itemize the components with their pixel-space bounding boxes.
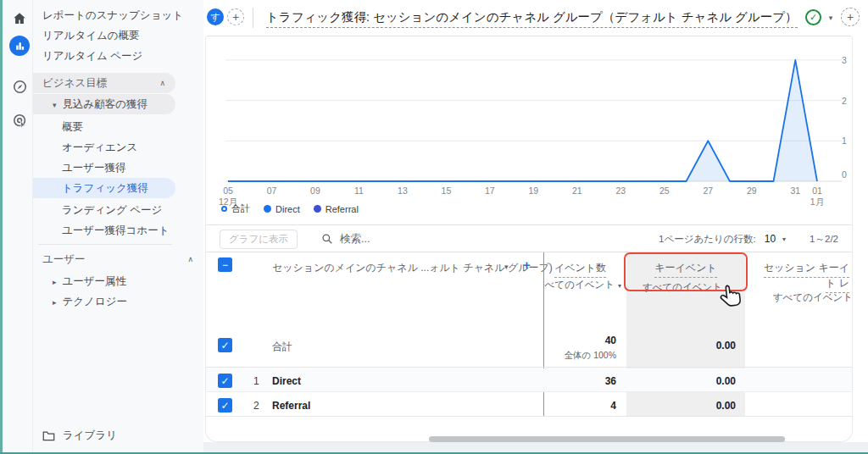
table-toolbar: グラフに表示 検索... 1ページあたりの行数: 10 ▾ 1～2/2 [206,224,852,252]
chevron-right-icon: ▸ [53,278,57,286]
sidebar-item-snapshot[interactable]: レポートのスナップショット [33,5,203,25]
sidebar-item-label: レポートのスナップショット [42,9,183,21]
row-checkbox[interactable]: ✓ [218,338,232,352]
y-axis-label: 3 [842,55,854,65]
plus-icon: + [232,10,239,24]
report-sidebar: レポートのスナップショット リアルタイムの概要 リアルタイム ページ ビジネス目… [33,0,203,454]
events-column-label[interactable]: イベント数 [554,261,606,278]
x-axis-label: 29 [735,185,769,196]
x-axis-label: 13 [386,185,420,196]
legend-item[interactable]: Referral [314,204,359,214]
legend-dot-icon [264,205,271,213]
events-subtext: 全体の 100% [564,350,616,362]
check-icon: ✓ [810,12,817,23]
row-checkbox[interactable]: ✓ [218,374,232,388]
search-input[interactable]: 検索... [321,229,370,249]
x-axis-label: 25 [648,185,682,196]
x-axis-label: 09 [298,185,332,196]
sidebar-item-label: 概要 [62,121,83,133]
table-row: ✓ 2 Referral 4 0.00 [206,393,852,417]
sidebar-item-library[interactable]: ライブラリ [42,425,117,446]
sidebar-item-user-acquisition[interactable]: ユーザー獲得 [33,158,203,178]
select-all-checkbox[interactable]: − [218,257,232,272]
dimension-column-header[interactable]: セッションのメインのチャネル ...ォルト チャネル グループ) [272,261,553,275]
events-value: 4 [610,400,616,412]
chevron-up-icon[interactable]: ∧ [159,73,165,93]
add-dimension-button[interactable]: + [523,257,531,272]
sidebar-item-realtime-overview[interactable]: リアルタイムの概要 [33,25,203,46]
sidebar-item-overview[interactable]: 概要 [33,117,203,137]
indeterminate-icon: − [222,259,228,271]
legend-item[interactable]: 合計 [221,202,250,215]
sidebar-item-label: ユーザー属性 [63,275,127,287]
sidebar-item-audience[interactable]: オーディエンス [33,137,203,158]
events-value: 40 [605,335,616,346]
x-axis-label: 17 [473,185,507,196]
rows-per-page-select[interactable]: 10 ▾ [765,233,786,245]
rows-per-page-value: 10 [765,233,776,245]
y-axis-label: 0 [842,169,854,180]
events-filter-dropdown[interactable]: すべてのイベント▾ [544,279,621,291]
sidebar-section-business-goals[interactable]: ビジネス目標 ∧ [33,73,175,93]
explore-icon[interactable] [9,76,30,97]
traffic-line-chart: 0123 0512月07091113151719212325272931011月… [206,36,854,218]
sidebar-item-realtime-pages[interactable]: リアルタイム ページ [33,46,203,66]
session-key-filter-value[interactable]: すべてのイベント [773,291,853,304]
key-events-value: 0.00 [716,340,736,352]
legend-dot-icon [221,206,227,212]
chevron-down-icon: ▾ [618,282,621,290]
events-filter-value: すべてのイベント [544,280,615,290]
sidebar-item-user-cohort[interactable]: ユーザー獲得コホート [33,220,203,241]
sidebar-item-lead-generation[interactable]: ▾見込み顧客の獲得 [33,94,175,114]
session-key-label-line2: ト レ [826,276,849,293]
add-report-button[interactable]: + [841,8,860,26]
sidebar-item-user-attributes[interactable]: ▸ユーザー属性 [33,271,203,291]
y-axis-label: 1 [842,136,854,146]
sidebar-item-technology[interactable]: ▸テクノロジー [33,291,203,312]
row-label: Direct [272,375,301,387]
sidebar-item-label: リアルタイム ページ [42,50,142,62]
row-checkbox[interactable]: ✓ [218,398,232,412]
avatar[interactable]: す [207,8,224,25]
check-circle-icon[interactable]: ✓ [805,9,821,25]
chevron-right-icon: ▸ [53,298,57,307]
session-key-events-column-header[interactable]: セッション キーイ ト レ すべてのイベント [757,252,854,307]
chevron-down-icon[interactable]: ▾ [504,263,509,271]
x-axis-label: 27 [691,185,725,196]
reports-icon[interactable] [9,36,30,56]
header-divider [253,8,253,28]
legend-dot-icon [314,205,321,213]
sidebar-divider [38,244,172,245]
folder-icon [42,430,55,441]
y-axis-label: 2 [842,96,854,106]
page-title[interactable]: トラフィック獲得: セッションのメインのチャネル グループ（デフォルト チャネル… [266,6,798,28]
plus-icon: + [847,10,854,24]
sidebar-section-user[interactable]: ユーザー ∧ [33,249,203,269]
chevron-down-icon[interactable]: ▾ [826,10,836,25]
events-column-header[interactable]: イベント数 すべてのイベント▾ [544,252,628,303]
chevron-up-icon[interactable]: ∧ [187,249,193,269]
report-header: す + トラフィック獲得: セッションのメインのチャネル グループ（デフォルト … [203,0,868,36]
sidebar-item-label: ユーザー獲得 [62,162,126,174]
sidebar-item-label: リアルタイムの概要 [42,30,140,42]
sidebar-item-traffic-acquisition[interactable]: トラフィック獲得 [33,178,175,198]
add-comparison-button[interactable]: + [227,8,244,25]
events-value: 36 [605,375,616,387]
legend-label: 合計 [231,202,250,215]
search-placeholder: 検索... [340,232,370,246]
x-axis-label: 11 [342,185,376,196]
row-label: 合計 [272,340,292,354]
legend-item[interactable]: Direct [264,204,300,214]
x-axis-label: 05 [211,185,245,196]
show-on-chart-button[interactable]: グラフに表示 [220,230,298,249]
legend-label: Referral [326,204,359,214]
sidebar-item-label: オーディエンス [62,141,137,153]
check-icon: ✓ [220,375,229,387]
home-icon[interactable] [9,8,30,29]
check-icon: ✓ [220,340,229,352]
sidebar-item-landing-page[interactable]: ランディング ページ [33,200,203,220]
sidebar-item-label: 見込み顧客の獲得 [63,98,148,110]
horizontal-scrollbar[interactable] [429,436,785,442]
advertising-icon[interactable] [9,110,30,130]
x-axis-label: 19 [516,185,550,196]
